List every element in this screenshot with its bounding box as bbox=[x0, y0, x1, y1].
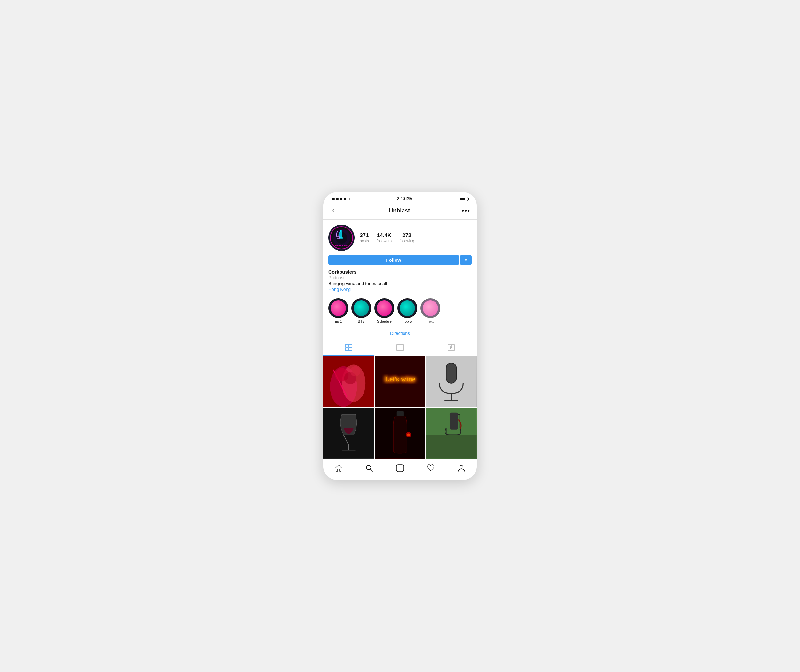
svg-point-45 bbox=[460, 465, 463, 469]
svg-rect-38 bbox=[426, 435, 477, 459]
tab-feed[interactable] bbox=[374, 340, 426, 356]
follow-dropdown-button[interactable]: ▼ bbox=[460, 255, 472, 265]
svg-rect-13 bbox=[349, 348, 352, 351]
story-inner-top5 bbox=[400, 301, 415, 316]
grid-cell-2[interactable]: Let's wine Let's wine bbox=[375, 356, 426, 407]
svg-rect-29 bbox=[446, 363, 457, 383]
follow-row: Follow ▼ bbox=[328, 255, 472, 265]
tagged-icon bbox=[447, 344, 455, 351]
directions-link[interactable]: Directions bbox=[390, 331, 410, 336]
story-inner-bts bbox=[354, 301, 369, 316]
nav-title: Unblast bbox=[389, 207, 410, 214]
grid-cell-3[interactable] bbox=[426, 356, 477, 407]
svg-text:CORKBUSTERS: CORKBUSTERS bbox=[335, 245, 348, 247]
bio-section: Corkbusters Podcast Bringing wine and tu… bbox=[328, 269, 472, 292]
grid-cell-1[interactable] bbox=[323, 356, 374, 407]
story-label-top5: Top 5 bbox=[403, 319, 412, 323]
signal-dot-2 bbox=[336, 198, 339, 200]
story-circle-ep1 bbox=[328, 298, 348, 318]
nav-add[interactable] bbox=[392, 463, 408, 474]
grid-cell-4[interactable] bbox=[323, 408, 374, 459]
party-image-svg bbox=[323, 356, 374, 407]
profile-category: Podcast bbox=[328, 275, 472, 280]
bottle-svg bbox=[375, 408, 426, 459]
tab-tagged[interactable] bbox=[426, 340, 477, 356]
stats-row: 371 posts 14.4K followers 272 following bbox=[360, 232, 472, 243]
signal-dot-3 bbox=[340, 198, 342, 200]
heart-icon bbox=[427, 464, 435, 472]
svg-rect-10 bbox=[346, 344, 349, 347]
phone-frame: 2:13 PM ‹ Unblast ••• bbox=[323, 192, 477, 480]
grid-image-neon: Let's wine Let's wine bbox=[375, 356, 426, 407]
grid-image-bottle bbox=[375, 408, 426, 459]
add-icon bbox=[396, 464, 404, 472]
grid-image-party bbox=[323, 356, 374, 407]
svg-rect-12 bbox=[346, 348, 349, 351]
feed-icon bbox=[396, 344, 404, 351]
svg-rect-11 bbox=[349, 344, 352, 347]
svg-point-36 bbox=[407, 433, 410, 436]
bottom-nav bbox=[323, 459, 477, 480]
story-schedule[interactable]: Schedule bbox=[374, 298, 394, 323]
following-stat[interactable]: 272 following bbox=[399, 232, 414, 243]
story-text[interactable]: Text bbox=[421, 298, 440, 323]
profile-bio: Bringing wine and tunes to all bbox=[328, 281, 472, 286]
story-label-schedule: Schedule bbox=[377, 319, 392, 323]
nav-activity[interactable] bbox=[423, 463, 439, 474]
avatar[interactable]: CORKBUSTERS bbox=[328, 225, 355, 251]
svg-rect-6 bbox=[340, 230, 342, 232]
avatar-image: CORKBUSTERS bbox=[328, 225, 355, 251]
follow-button[interactable]: Follow bbox=[328, 255, 459, 265]
svg-point-23 bbox=[350, 366, 361, 377]
posts-count: 371 bbox=[360, 232, 369, 239]
directions-bar: Directions bbox=[323, 327, 477, 340]
nav-home[interactable] bbox=[331, 463, 347, 474]
profile-name: Corkbusters bbox=[328, 269, 472, 275]
svg-rect-8 bbox=[339, 237, 343, 239]
mic-image-svg bbox=[426, 356, 477, 407]
story-bts[interactable]: BTS bbox=[351, 298, 371, 323]
home-icon bbox=[334, 464, 343, 472]
grid-cell-5[interactable] bbox=[375, 408, 426, 459]
stories-row: Ep 1 BTS Schedule bbox=[328, 295, 472, 327]
story-ep1[interactable]: Ep 1 bbox=[328, 298, 348, 323]
grid-cell-6[interactable] bbox=[426, 408, 477, 459]
svg-rect-14 bbox=[397, 344, 403, 351]
story-inner-schedule bbox=[377, 301, 392, 316]
svg-rect-34 bbox=[397, 411, 403, 416]
profile-location[interactable]: Hong Kong bbox=[328, 287, 472, 292]
nav-search[interactable] bbox=[361, 463, 377, 474]
story-inner-text bbox=[423, 301, 438, 316]
neon-image-svg: Let's wine Let's wine bbox=[375, 356, 426, 407]
more-options-button[interactable]: ••• bbox=[462, 207, 470, 214]
wine-glass-svg bbox=[323, 408, 374, 459]
tab-grid[interactable] bbox=[323, 340, 374, 356]
followers-label: followers bbox=[377, 239, 392, 243]
svg-rect-39 bbox=[450, 413, 458, 430]
grid-image-mic bbox=[426, 356, 477, 407]
signal-dot-4 bbox=[344, 198, 346, 200]
time-display: 2:13 PM bbox=[397, 197, 413, 201]
posts-stat[interactable]: 371 posts bbox=[360, 232, 369, 243]
profile-icon bbox=[457, 464, 466, 472]
story-circle-text bbox=[421, 298, 440, 318]
search-icon bbox=[365, 464, 373, 472]
signal-indicator bbox=[332, 198, 350, 200]
svg-text:Let's wine: Let's wine bbox=[385, 375, 415, 383]
followers-stat[interactable]: 14.4K followers bbox=[377, 232, 392, 243]
following-count: 272 bbox=[402, 232, 411, 239]
navigation-bar: ‹ Unblast ••• bbox=[323, 203, 477, 219]
followers-count: 14.4K bbox=[377, 232, 391, 239]
signal-dot-5 bbox=[347, 198, 350, 200]
back-button[interactable]: ‹ bbox=[330, 205, 337, 216]
story-top5[interactable]: Top 5 bbox=[397, 298, 417, 323]
battery-indicator bbox=[459, 197, 468, 201]
profile-section: CORKBUSTERS 371 posts 14.4K followers 27… bbox=[323, 219, 477, 327]
story-label-ep1: Ep 1 bbox=[335, 319, 342, 323]
nav-profile[interactable] bbox=[453, 463, 469, 474]
wine-pour-svg bbox=[426, 408, 477, 459]
svg-point-16 bbox=[450, 347, 452, 349]
grid-image-wine-pour bbox=[426, 408, 477, 459]
story-circle-schedule bbox=[374, 298, 394, 318]
status-bar: 2:13 PM bbox=[323, 192, 477, 203]
